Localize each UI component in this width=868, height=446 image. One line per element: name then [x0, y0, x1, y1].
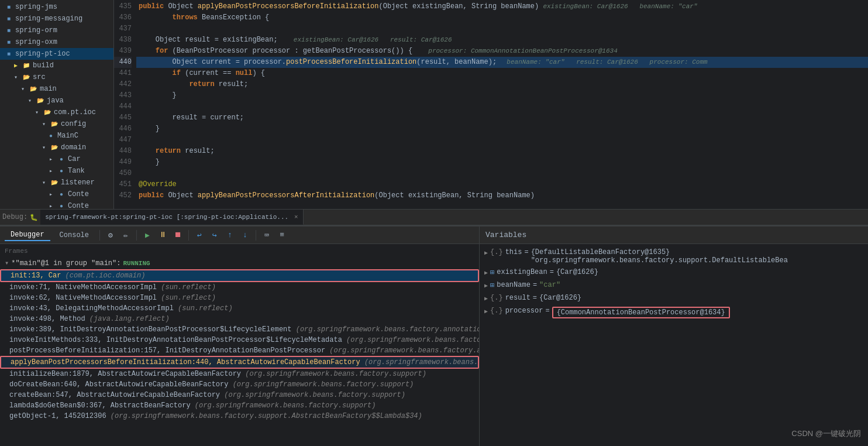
btn-stop[interactable]: ⏹ — [172, 229, 184, 241]
arrow-right-icon: ▸ — [47, 190, 55, 198]
sidebar-item-spring-messaging[interactable]: ■ spring-messaging — [0, 13, 113, 25]
var-type-icon: ⊞ — [490, 281, 494, 290]
debug-panel-right: Variables ▶ {.} this = {DefaultListableB… — [480, 227, 868, 446]
sidebar-item-spring-orm[interactable]: ■ spring-orm — [0, 25, 113, 36]
sidebar-item-conte2[interactable]: ▸ ● Conte — [0, 200, 113, 209]
debug-icon: 🐛 — [30, 214, 38, 221]
sidebar-label: domain — [61, 143, 86, 152]
var-name: existingBean — [497, 268, 547, 276]
frame-item-invoke62[interactable]: invoke:62, NativeMethodAccessorImpl (sun… — [0, 293, 479, 303]
var-item-existingbean[interactable]: ▶ ⊞ existingBean = {Car@1626} — [480, 266, 868, 279]
thread-arrow: ▾ — [5, 259, 9, 267]
arrow-icon: ▶ — [484, 295, 488, 302]
frame-item-post157[interactable]: postProcessBeforeInitialization:157, Ini… — [0, 345, 479, 356]
btn-pause[interactable]: ⏸ — [157, 229, 168, 241]
code-content: public Object applyBeanPostProcessorsBef… — [136, 0, 868, 209]
frame-item-createbean547[interactable]: createBean:547, AbstractAutowireCapableB… — [0, 390, 479, 400]
class-icon: ● — [57, 202, 66, 209]
frame-item-docreate640[interactable]: doCreateBean:640, AbstractAutowireCapabl… — [0, 379, 479, 390]
thread-status: ▾ *"main"@1 in group "main": RUNNING — [0, 257, 479, 269]
sidebar-label: Tank — [68, 167, 85, 175]
line-num-436: 436 — [114, 12, 132, 23]
tab-console[interactable]: Console — [54, 230, 95, 241]
btn-step-over[interactable]: ↩ — [194, 229, 205, 241]
separator2 — [136, 230, 137, 241]
frame-item-invoke71[interactable]: invoke:71, NativeMethodAccessorImpl (sun… — [0, 282, 479, 293]
btn-resume[interactable]: ▶ — [142, 229, 153, 241]
var-value-highlighted: {CommonAnnotationBeanPostProcessor@1634} — [552, 307, 730, 318]
sidebar-item-main[interactable]: ▾ 📂 main — [0, 83, 113, 95]
frame-pkg: (org.springframework.beans.factory.suppo… — [106, 412, 422, 420]
btn-settings[interactable]: ⚙ — [105, 229, 116, 241]
line-num-449: 449 — [114, 157, 132, 168]
sidebar-label: com.pt.ioc — [54, 108, 96, 116]
folder-open-icon: 📂 — [29, 85, 37, 93]
sidebar-item-src[interactable]: ▾ 📂 src — [0, 71, 113, 83]
sidebar-item-mainc[interactable]: ● MainC — [0, 130, 113, 142]
frame-name: initializeBean:1879, AbstractAutowireCap… — [9, 370, 241, 378]
frame-name: invoke:43, DelegatingMethodAccessorImpl — [9, 304, 174, 313]
debug-tab-item[interactable]: spring-framework-pt:spring-pt-ioc [:spri… — [40, 210, 303, 225]
frame-item-apply440[interactable]: applyBeanPostProcessorsBeforeInitializat… — [0, 356, 479, 369]
var-item-beanname[interactable]: ▶ ⊞ beanName = "car" — [480, 279, 868, 292]
sidebar-item-java[interactable]: ▾ 📂 java — [0, 95, 113, 107]
sidebar-item-com-pt-ioc[interactable]: ▾ 📂 com.pt.ioc — [0, 107, 113, 118]
frame-pkg: (org.springframework.beans.factory.annot… — [325, 346, 479, 355]
frame-item-invoke389[interactable]: invoke:389, InitDestroyAnnotationBeanPos… — [0, 324, 479, 335]
code-line-442: return result; — [136, 79, 868, 90]
code-line-435: public Object applyBeanPostProcessorsBef… — [136, 1, 868, 12]
btn-trace[interactable]: ≡ — [276, 229, 288, 241]
frame-item-invoke498[interactable]: invoke:498, Method (java.lang.reflect) — [0, 314, 479, 324]
module-icon: ■ — [5, 15, 13, 23]
frame-name: invoke:62, NativeMethodAccessorImpl — [9, 294, 157, 302]
frame-item-init[interactable]: init:13, Car (com.pt.ioc.domain) — [0, 269, 479, 282]
sidebar-label: main — [40, 85, 57, 93]
code-line-447 — [136, 135, 868, 146]
code-line-441: if (current == null) { — [136, 68, 868, 79]
frame-pkg: (com.pt.ioc.domain) — [61, 272, 145, 280]
tab-debugger[interactable]: Debugger — [5, 229, 50, 241]
frame-pkg: (java.lang.reflect) — [85, 315, 170, 323]
btn-edit[interactable]: ✏ — [120, 229, 132, 241]
frame-item-getobject[interactable]: getObject-1, 1452012306 (org.springframe… — [0, 411, 479, 421]
var-item-result[interactable]: ▶ {.} result = {Car@1626} — [480, 292, 868, 305]
sidebar-item-build[interactable]: ▶ 📁 build — [0, 60, 113, 71]
sidebar-item-domain[interactable]: ▾ 📂 domain — [0, 142, 113, 153]
frames-panel: Frames ▾ *"main"@1 in group "main": RUNN… — [0, 244, 479, 446]
sidebar-label: build — [33, 61, 54, 70]
line-num-439: 439 — [114, 46, 132, 57]
var-item-this[interactable]: ▶ {.} this = {DefaultListableBeanFactory… — [480, 246, 868, 266]
frame-pkg: (sun.reflect) — [157, 294, 216, 302]
line-num-447: 447 — [114, 135, 132, 146]
frame-pkg: (org.springframework.beans.factory.annot… — [342, 336, 479, 344]
sidebar-item-spring-jms[interactable]: ■ spring-jms — [0, 1, 113, 13]
var-item-processor[interactable]: ▶ {.} processor = {CommonAnnotationBeanP… — [480, 305, 868, 320]
sidebar-item-config[interactable]: ▾ 📂 config — [0, 118, 113, 130]
class-icon: ● — [47, 132, 55, 140]
code-editor: 435 436 437 438 439 440 441 442 443 444 … — [114, 0, 868, 209]
arrow-down-icon: ▾ — [40, 143, 48, 152]
sidebar-item-conte1[interactable]: ▸ ● Conte — [0, 188, 113, 200]
frame-item-init1879[interactable]: initializeBean:1879, AbstractAutowireCap… — [0, 369, 479, 379]
frame-item-lambda367[interactable]: lambda$doGetBean$0:367, AbstractBeanFact… — [0, 400, 479, 411]
sidebar-item-car[interactable]: ▸ ● Car — [0, 153, 113, 165]
btn-step-into[interactable]: ↪ — [209, 229, 221, 241]
sidebar-label: java — [47, 97, 64, 105]
btn-step-out[interactable]: ↑ — [224, 229, 236, 241]
frame-item-invoke333[interactable]: invokeInitMethods:333, InitDestroyAnnota… — [0, 335, 479, 345]
var-name: result — [505, 294, 531, 302]
frame-name: invoke:498, Method — [9, 315, 85, 323]
sidebar-item-spring-pt-ioc[interactable]: ■ spring-pt-ioc — [0, 48, 113, 60]
sidebar-label: Car — [68, 155, 81, 163]
btn-evaluate[interactable]: ⌨ — [261, 229, 273, 241]
btn-run-cursor[interactable]: ↓ — [239, 229, 251, 241]
sidebar-label: config — [61, 120, 86, 128]
folder-open-icon: 📂 — [50, 120, 58, 128]
code-line-448: return result; — [136, 146, 868, 157]
sidebar-item-spring-oxm[interactable]: ■ spring-oxm — [0, 36, 113, 48]
close-icon[interactable]: × — [294, 214, 298, 221]
module-icon: ■ — [5, 38, 13, 46]
sidebar-item-tank[interactable]: ▸ ● Tank — [0, 165, 113, 177]
sidebar-item-listener[interactable]: ▾ 📂 listener — [0, 177, 113, 188]
frame-item-invoke43[interactable]: invoke:43, DelegatingMethodAccessorImpl … — [0, 303, 479, 314]
